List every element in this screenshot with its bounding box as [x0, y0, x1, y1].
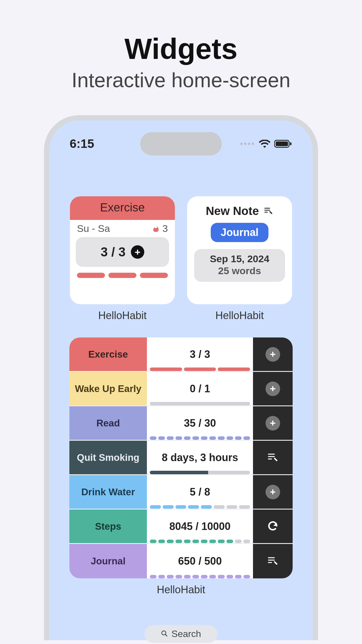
habit-progress	[150, 505, 250, 509]
note-date: Sep 15, 2024	[197, 253, 282, 265]
journal-button[interactable]: Journal	[211, 223, 268, 242]
habit-row[interactable]: Quit Smoking 8 days, 3 hours	[69, 441, 293, 475]
search-label: Search	[171, 629, 201, 639]
habit-action[interactable]: +	[253, 337, 293, 371]
exercise-widget-title: Exercise	[70, 196, 175, 220]
habit-row[interactable]: Exercise 3 / 3 +	[69, 337, 293, 372]
habit-action[interactable]: +	[253, 406, 293, 440]
habit-progress	[150, 402, 250, 405]
habit-action[interactable]: +	[253, 475, 293, 509]
exercise-range: Su - Sa	[77, 223, 110, 234]
habit-progress	[150, 471, 250, 474]
note-widget[interactable]: New Note Journal Sep 15, 2024 25 words	[187, 196, 292, 304]
habit-name: Read	[69, 406, 147, 440]
exercise-progress-bars	[70, 273, 175, 278]
exercise-counter[interactable]: 3 / 3 +	[76, 237, 169, 267]
dynamic-island	[140, 132, 222, 155]
habit-name: Steps	[69, 510, 147, 543]
svg-line-4	[165, 634, 167, 636]
note-word-count: 25 words	[197, 265, 282, 276]
plus-icon[interactable]: +	[131, 245, 144, 259]
svg-rect-2	[290, 142, 291, 145]
fire-icon	[152, 223, 160, 234]
edit-icon	[263, 204, 273, 218]
habits-list-app-label: HelloHabit	[49, 584, 313, 596]
habits-list-widget[interactable]: Exercise 3 / 3 + Wake Up Early 0 / 1 + R…	[69, 337, 293, 578]
habit-row[interactable]: Wake Up Early 0 / 1 +	[69, 372, 293, 406]
habit-action[interactable]	[253, 510, 293, 543]
habit-value: 8 days, 3 hours	[147, 452, 253, 464]
habit-row[interactable]: Drink Water 5 / 8 +	[69, 475, 293, 510]
plus-icon[interactable]: +	[266, 485, 280, 499]
habit-value: 3 / 3	[147, 348, 253, 360]
habit-progress	[150, 368, 250, 371]
habit-value: 5 / 8	[147, 486, 253, 498]
habit-name: Wake Up Early	[69, 372, 147, 405]
habit-action[interactable]	[253, 441, 293, 474]
edit-icon[interactable]	[267, 452, 279, 463]
habit-action[interactable]	[253, 544, 293, 578]
exercise-widget-app-label: HelloHabit	[70, 309, 175, 322]
habit-row[interactable]: Steps 8045 / 10000	[69, 510, 293, 544]
exercise-widget[interactable]: Exercise Su - Sa 3 3 / 3 +	[70, 196, 175, 304]
habit-value: 8045 / 10000	[147, 520, 253, 533]
plus-icon[interactable]: +	[266, 382, 280, 396]
search-icon	[161, 629, 168, 639]
habit-name: Journal	[69, 544, 147, 578]
page-title: Widgets	[0, 32, 362, 66]
habit-progress	[150, 575, 250, 578]
exercise-streak: 3	[162, 223, 168, 234]
habit-action[interactable]: +	[253, 372, 293, 405]
page-subtitle: Interactive home-screen	[0, 69, 362, 92]
status-time: 6:15	[70, 137, 94, 151]
habit-value: 650 / 500	[147, 555, 253, 567]
note-latest-entry[interactable]: Sep 15, 2024 25 words	[194, 249, 285, 282]
habit-row[interactable]: Journal 650 / 500	[69, 544, 293, 578]
exercise-value: 3 / 3	[101, 245, 126, 259]
svg-rect-1	[276, 141, 288, 146]
habit-name: Exercise	[69, 337, 147, 371]
refresh-icon[interactable]	[267, 520, 279, 533]
plus-icon[interactable]: +	[266, 347, 280, 362]
habit-progress	[150, 436, 250, 440]
note-widget-title: New Note	[206, 204, 259, 218]
search-pill[interactable]: Search	[145, 625, 217, 643]
battery-icon	[274, 139, 292, 148]
habit-row[interactable]: Read 35 / 30 +	[69, 406, 293, 441]
edit-icon[interactable]	[267, 555, 279, 567]
habit-value: 0 / 1	[147, 383, 253, 395]
habit-value: 35 / 30	[147, 417, 253, 429]
phone-mockup: 6:15 •••• Exercise Su - Sa	[44, 115, 318, 640]
habit-progress	[150, 540, 250, 543]
plus-icon[interactable]: +	[266, 416, 280, 430]
habit-name: Drink Water	[69, 475, 147, 509]
note-widget-app-label: HelloHabit	[187, 309, 292, 322]
cellular-dots-icon: ••••	[240, 139, 255, 148]
wifi-icon	[259, 140, 270, 148]
habit-name: Quit Smoking	[69, 441, 147, 474]
